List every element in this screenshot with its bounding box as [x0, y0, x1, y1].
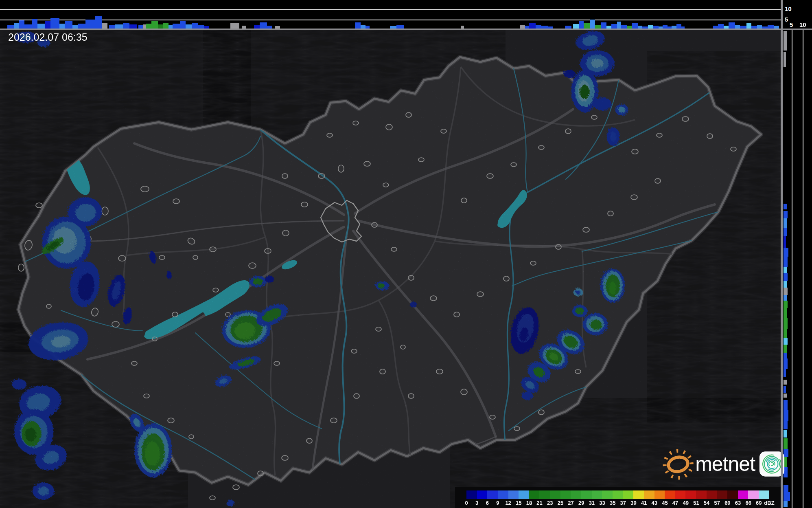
- echo-height-bar: [784, 204, 787, 209]
- echo-height-bar: [45, 21, 50, 29]
- echo-height-bar: [672, 26, 676, 29]
- echo-height-bar: [37, 24, 45, 29]
- echo-height-bar: [50, 18, 59, 29]
- echo-height-bar: [123, 23, 129, 29]
- legend-color-cell: [727, 490, 738, 499]
- echo-height-bar: [536, 25, 541, 29]
- echo-height-bar: [718, 24, 724, 29]
- echo-height-bar: [784, 52, 786, 67]
- sun-icon: [663, 445, 694, 483]
- legend-color-cell: [529, 490, 540, 499]
- echo-height-bar: [573, 24, 579, 29]
- echo-height-bar: [115, 24, 123, 29]
- radar-composite-app: Magyar Kompozit CMax / VMax 2026.02.07 0…: [0, 0, 812, 508]
- echo-height-bar: [784, 345, 787, 353]
- echo-height-bar: [648, 25, 653, 29]
- echo-height-bar: [169, 25, 173, 29]
- echo-height-bar: [138, 25, 143, 29]
- legend-color-cell: [581, 490, 592, 499]
- right-gridline-10km: [803, 30, 803, 508]
- echo-height-bar: [525, 26, 529, 29]
- legend-tick-label: 29: [578, 500, 584, 506]
- legend-tick-label: 43: [652, 500, 657, 506]
- legend-color-cell: [685, 490, 696, 499]
- echo-height-bar: [529, 23, 536, 29]
- echo-height-bar: [78, 24, 85, 29]
- legend-color-cell: [675, 490, 686, 499]
- echo-height-bar: [565, 26, 571, 29]
- echo-height-bar: [784, 281, 787, 288]
- legend-tick-label: 60: [724, 500, 730, 506]
- echo-height-bar: [784, 358, 788, 369]
- echo-height-bar: [590, 20, 595, 29]
- echo-height-bar: [95, 16, 102, 29]
- echo-height-bar: [784, 353, 787, 358]
- legend-tick-label: 27: [568, 500, 573, 506]
- legend-tick-label: 69: [756, 500, 762, 506]
- legend-tick-label: 0: [465, 500, 468, 506]
- echo-height-bar: [163, 23, 169, 29]
- echo-height-bar: [638, 26, 642, 29]
- terrain-grain: [0, 29, 781, 508]
- echo-height-bar: [146, 24, 151, 29]
- echo-height-bar: [784, 338, 788, 345]
- echo-height-bar: [784, 380, 787, 385]
- legend-tick-label: 41: [641, 500, 647, 506]
- echo-height-bar: [102, 23, 107, 29]
- legend-color-cell: [571, 490, 581, 499]
- legend-color-cell: [539, 490, 550, 499]
- echo-height-bar: [784, 492, 790, 501]
- legend-tick-label: 33: [599, 500, 605, 506]
- echo-height-bar: [366, 26, 370, 29]
- echo-height-bar: [768, 25, 774, 29]
- echo-height-bar: [713, 26, 718, 29]
- echo-height-bar: [7, 25, 14, 29]
- echo-height-bar: [729, 22, 735, 29]
- echo-height-bar: [784, 400, 788, 410]
- echo-height-bar: [676, 24, 681, 29]
- echo-height-bar: [267, 26, 272, 29]
- legend-color-cell: [602, 490, 613, 499]
- echo-height-bar: [601, 22, 606, 29]
- echo-height-bar: [520, 25, 525, 29]
- echo-height-bar: [242, 26, 246, 29]
- legend-color-cell: [748, 490, 759, 499]
- echo-height-bar: [653, 26, 659, 29]
- hungary-radar-map[interactable]: [0, 29, 781, 508]
- echo-height-bar: [784, 421, 788, 429]
- echo-height-bar: [784, 236, 786, 248]
- echo-height-bar: [784, 273, 788, 281]
- echo-height-bar: [774, 26, 779, 29]
- legend-color-cell: [466, 490, 477, 499]
- echo-height-bar: [784, 318, 788, 329]
- echo-height-bar: [784, 267, 787, 273]
- echo-height-bar: [24, 24, 32, 29]
- legend-color-cell: [550, 490, 560, 499]
- legend-tick-label: 12: [505, 500, 511, 506]
- legend-tick-label: 18: [526, 500, 532, 506]
- echo-height-bar: [173, 24, 180, 29]
- legend-tick-label: 39: [630, 500, 636, 506]
- echo-height-bar: [72, 25, 78, 29]
- echo-height-bar: [59, 24, 65, 29]
- echo-height-bar: [192, 23, 198, 29]
- legend-color-cell: [738, 490, 749, 499]
- legend-color-cell: [592, 490, 602, 499]
- legend-color-cell: [633, 490, 644, 499]
- dbz-legend: 0369121518212325272931333537394143454749…: [455, 487, 781, 508]
- horizontal-separator: [0, 29, 812, 30]
- legend-color-cell: [560, 490, 571, 499]
- echo-height-bar: [230, 23, 239, 29]
- legend-tick-label: 31: [589, 500, 595, 506]
- legend-color-cell: [519, 490, 529, 499]
- echo-height-bar: [396, 25, 404, 29]
- echo-height-bar: [751, 26, 757, 29]
- top-axis-tick-5km: 5: [785, 16, 788, 23]
- echo-height-bar: [109, 25, 115, 29]
- legend-tick-label: 6: [486, 500, 489, 506]
- legend-tick-label: 47: [672, 500, 678, 506]
- echo-height-bar: [784, 301, 788, 308]
- echo-height-bar: [198, 25, 204, 29]
- echo-height-bar: [784, 257, 788, 267]
- legend-tick-label: 35: [610, 500, 615, 506]
